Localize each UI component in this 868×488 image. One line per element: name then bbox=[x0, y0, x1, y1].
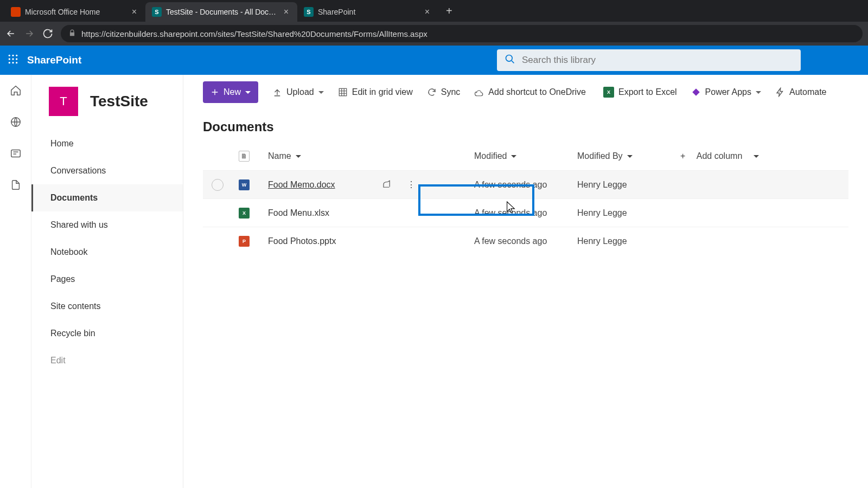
svg-point-9 bbox=[506, 55, 513, 62]
forward-button[interactable] bbox=[24, 28, 35, 39]
sync-label: Sync bbox=[441, 87, 461, 97]
tab-label: TestSite - Documents - All Docum bbox=[166, 8, 277, 16]
automate-button[interactable]: Automate bbox=[775, 87, 826, 97]
left-nav: T TestSite Home Conversations Documents … bbox=[31, 75, 183, 488]
file-link[interactable]: Food Memo.docx bbox=[268, 180, 335, 189]
add-shortcut-button[interactable]: Add shortcut to OneDrive bbox=[474, 87, 586, 97]
automate-label: Automate bbox=[789, 87, 826, 97]
document-table: 🗎 Name Modified Modified By + Add column… bbox=[183, 142, 868, 255]
nav-home[interactable]: Home bbox=[31, 130, 183, 157]
export-excel-label: Export to Excel bbox=[618, 87, 677, 97]
edit-grid-button[interactable]: Edit in grid view bbox=[338, 87, 413, 97]
library-title: Documents bbox=[183, 107, 868, 142]
chevron-down-icon bbox=[318, 87, 324, 97]
add-column-label: Add column bbox=[697, 151, 743, 161]
chevron-down-icon bbox=[756, 87, 761, 97]
home-icon[interactable] bbox=[10, 85, 22, 99]
table-row[interactable]: W Food Memo.docx A few seconds ago Henry… bbox=[203, 170, 848, 198]
chevron-down-icon bbox=[296, 151, 301, 161]
modified-cell: A few seconds ago bbox=[474, 236, 577, 246]
power-apps-label: Power Apps bbox=[705, 87, 751, 97]
address-text: https://citizenbuilders.sharepoint.com/s… bbox=[81, 29, 427, 38]
svg-point-1 bbox=[12, 55, 14, 56]
browser-tab-strip: Microsoft Office Home × S TestSite - Doc… bbox=[0, 0, 868, 22]
globe-icon[interactable] bbox=[10, 116, 22, 130]
svg-rect-12 bbox=[339, 88, 347, 96]
word-icon: W bbox=[239, 179, 250, 190]
app-launcher-icon[interactable] bbox=[8, 54, 18, 67]
browser-tab[interactable]: S SharePoint × bbox=[297, 2, 438, 22]
nav-notebook[interactable]: Notebook bbox=[31, 239, 183, 266]
nav-recycle-bin[interactable]: Recycle bin bbox=[31, 320, 183, 347]
more-actions-icon[interactable]: ⋮ bbox=[407, 179, 417, 191]
sync-button[interactable]: Sync bbox=[427, 87, 461, 97]
search-icon bbox=[505, 54, 515, 67]
upload-label: Upload bbox=[286, 87, 314, 97]
brand-label[interactable]: SharePoint bbox=[27, 54, 81, 66]
modified-by-cell: Henry Legge bbox=[577, 180, 680, 190]
svg-point-7 bbox=[12, 62, 14, 63]
column-modified-by-label: Modified By bbox=[577, 151, 623, 161]
tab-favicon: S bbox=[152, 7, 162, 17]
modified-cell: A few seconds ago bbox=[474, 180, 577, 190]
browser-tab[interactable]: S TestSite - Documents - All Docum × bbox=[145, 2, 297, 22]
back-button[interactable] bbox=[5, 28, 16, 39]
files-icon[interactable] bbox=[10, 179, 22, 193]
svg-point-2 bbox=[16, 55, 17, 56]
upload-button[interactable]: Upload bbox=[272, 87, 324, 97]
reload-button[interactable] bbox=[42, 28, 53, 39]
site-title[interactable]: TestSite bbox=[90, 93, 148, 110]
browser-address-bar: https://citizenbuilders.sharepoint.com/s… bbox=[0, 22, 868, 46]
column-modified-label: Modified bbox=[474, 151, 507, 161]
new-tab-button[interactable]: + bbox=[438, 1, 460, 22]
excel-icon: X bbox=[239, 208, 250, 219]
chevron-down-icon bbox=[511, 151, 516, 161]
search-input[interactable] bbox=[522, 55, 793, 66]
svg-point-4 bbox=[12, 58, 14, 60]
app-rail bbox=[0, 75, 31, 488]
svg-point-0 bbox=[9, 55, 10, 56]
table-row[interactable]: P Food Photos.pptx A few seconds ago Hen… bbox=[203, 227, 848, 255]
edit-grid-label: Edit in grid view bbox=[352, 87, 413, 97]
nav-conversations[interactable]: Conversations bbox=[31, 157, 183, 184]
share-icon[interactable] bbox=[382, 179, 392, 191]
column-modified-by[interactable]: Modified By bbox=[577, 151, 680, 161]
file-link[interactable]: Food Menu.xlsx bbox=[268, 208, 329, 217]
powerpoint-icon: P bbox=[239, 236, 250, 247]
file-link[interactable]: Food Photos.pptx bbox=[268, 236, 336, 246]
chevron-down-icon bbox=[245, 87, 251, 97]
suite-bar: SharePoint bbox=[0, 46, 868, 75]
nav-shared-with-us[interactable]: Shared with us bbox=[31, 211, 183, 239]
column-name[interactable]: Name bbox=[268, 151, 474, 161]
close-icon[interactable]: × bbox=[423, 7, 432, 17]
nav-edit[interactable]: Edit bbox=[31, 347, 183, 374]
search-box[interactable] bbox=[497, 49, 801, 71]
address-field[interactable]: https://citizenbuilders.sharepoint.com/s… bbox=[61, 25, 863, 42]
add-column-button[interactable]: + Add column bbox=[680, 151, 800, 161]
export-excel-button[interactable]: X Export to Excel bbox=[600, 87, 677, 98]
modified-by-cell: Henry Legge bbox=[577, 208, 680, 218]
column-file-type[interactable]: 🗎 bbox=[235, 151, 268, 162]
nav-site-contents[interactable]: Site contents bbox=[31, 293, 183, 320]
modified-cell: A few seconds ago bbox=[474, 208, 577, 218]
close-icon[interactable]: × bbox=[282, 7, 291, 17]
select-row-toggle[interactable] bbox=[212, 179, 224, 191]
svg-point-5 bbox=[16, 58, 17, 60]
browser-tab[interactable]: Microsoft Office Home × bbox=[4, 2, 145, 22]
nav-pages[interactable]: Pages bbox=[31, 266, 183, 293]
tab-label: Microsoft Office Home bbox=[25, 8, 125, 16]
svg-rect-11 bbox=[11, 150, 20, 157]
chevron-down-icon bbox=[754, 151, 759, 161]
table-header: 🗎 Name Modified Modified By + Add column bbox=[203, 142, 848, 170]
table-row[interactable]: X Food Menu.xlsx A few seconds ago Henry… bbox=[203, 198, 848, 227]
column-modified[interactable]: Modified bbox=[474, 151, 577, 161]
tab-label: SharePoint bbox=[318, 8, 418, 16]
close-icon[interactable]: × bbox=[130, 7, 139, 17]
power-apps-button[interactable]: Power Apps bbox=[691, 87, 761, 97]
site-logo[interactable]: T bbox=[49, 87, 78, 116]
nav-documents[interactable]: Documents bbox=[31, 184, 183, 211]
tab-favicon: S bbox=[304, 7, 314, 17]
add-shortcut-label: Add shortcut to OneDrive bbox=[488, 87, 586, 97]
new-button[interactable]: New bbox=[203, 81, 258, 103]
news-icon[interactable] bbox=[10, 147, 22, 162]
